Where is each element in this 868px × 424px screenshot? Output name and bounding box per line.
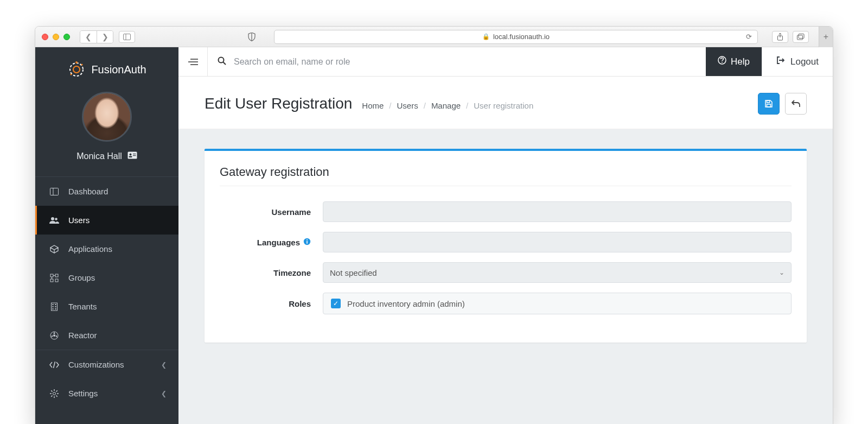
- browser-back-button[interactable]: ❮: [80, 31, 97, 43]
- svg-point-10: [71, 74, 72, 75]
- tabs-icon: [797, 34, 805, 40]
- role-checkbox[interactable]: ✓: [331, 299, 341, 308]
- traffic-lights: [42, 34, 70, 40]
- svg-rect-21: [55, 274, 58, 277]
- svg-rect-31: [53, 308, 54, 309]
- username-input[interactable]: [323, 201, 792, 222]
- breadcrumb-home[interactable]: Home: [362, 101, 384, 110]
- label-username: Username: [220, 207, 323, 217]
- id-card-icon[interactable]: [127, 151, 137, 161]
- search-icon: [218, 56, 226, 67]
- window-minimize-icon[interactable]: [53, 34, 59, 40]
- search-input[interactable]: [234, 57, 696, 67]
- tabs-button[interactable]: [793, 31, 809, 43]
- sidebar-item-dashboard[interactable]: Dashboard: [35, 177, 178, 206]
- chevron-down-icon: ⌄: [779, 269, 784, 276]
- form-row-languages: Languages: [220, 232, 792, 252]
- help-button[interactable]: Help: [706, 47, 762, 76]
- breadcrumb-sep: /: [424, 101, 426, 110]
- sidebar-item-label: Applications: [68, 244, 112, 254]
- form-row-roles: Roles ✓ Product inventory admin (admin): [220, 293, 792, 314]
- sidebar-item-reactor[interactable]: Reactor: [35, 321, 178, 350]
- sidebar-item-label: Groups: [68, 273, 95, 282]
- label-roles: Roles: [220, 299, 323, 308]
- svg-rect-13: [129, 156, 132, 158]
- breadcrumb-manage[interactable]: Manage: [431, 101, 461, 110]
- svg-rect-20: [50, 274, 53, 277]
- svg-rect-27: [53, 304, 54, 305]
- reactor-icon: [49, 331, 60, 340]
- languages-input[interactable]: [323, 232, 792, 252]
- logo-text: FusionAuth: [91, 64, 146, 76]
- back-button[interactable]: [785, 93, 807, 115]
- breadcrumb-users[interactable]: Users: [397, 101, 418, 110]
- label-languages: Languages: [220, 238, 323, 247]
- panel-gateway-registration: Gateway registration Username Languages: [205, 149, 807, 343]
- svg-rect-46: [307, 241, 308, 243]
- sidebar-item-users[interactable]: Users: [35, 206, 178, 235]
- sidebar-item-label: Users: [68, 216, 90, 225]
- sidebar-item-customizations[interactable]: Customizations ❮: [35, 350, 178, 379]
- browser-url-bar[interactable]: 🔒 local.fusionauth.io ⟳: [274, 30, 758, 44]
- sidebar-item-settings[interactable]: Settings ❮: [35, 379, 178, 408]
- svg-rect-32: [55, 308, 56, 309]
- sidebar-item-applications[interactable]: Applications: [35, 235, 178, 263]
- logo-mark-icon: [67, 60, 86, 79]
- svg-point-34: [53, 334, 55, 337]
- window-close-icon[interactable]: [42, 34, 48, 40]
- timezone-select[interactable]: Not specified ⌄: [323, 262, 792, 283]
- svg-point-7: [73, 66, 80, 73]
- sidebar-nav: Dashboard Users Applications: [35, 176, 178, 408]
- new-tab-button[interactable]: +: [819, 27, 833, 47]
- page-title-wrap: Edit User Registration Home / Users / Ma…: [205, 95, 533, 112]
- app-root: FusionAuth Monica Hall D: [35, 47, 833, 424]
- breadcrumb-sep: /: [389, 101, 391, 110]
- svg-point-35: [53, 392, 56, 395]
- sidebar-username: Monica Hall: [76, 151, 137, 161]
- tenants-icon: [49, 302, 60, 311]
- role-label: Product inventory admin (admin): [347, 299, 465, 308]
- svg-rect-15: [133, 155, 136, 156]
- logout-label: Logout: [790, 56, 819, 67]
- browser-window: ❮ ❯ 🔒 local.fusionauth.io ⟳ +: [35, 26, 833, 424]
- form-row-timezone: Timezone Not specified ⌄: [220, 262, 792, 283]
- svg-point-6: [70, 63, 83, 76]
- search-wrap: [208, 47, 706, 76]
- logout-button[interactable]: Logout: [762, 47, 833, 76]
- sidebar: FusionAuth Monica Hall D: [35, 47, 178, 424]
- timezone-value: Not specified: [330, 268, 377, 277]
- svg-rect-23: [55, 279, 58, 282]
- label-timezone: Timezone: [220, 268, 323, 277]
- sidebar-item-label: Dashboard: [68, 187, 108, 196]
- svg-point-39: [219, 57, 224, 62]
- svg-point-18: [51, 217, 54, 220]
- reload-icon[interactable]: ⟳: [746, 33, 752, 41]
- privacy-shield-button[interactable]: [244, 31, 260, 43]
- panel-title: Gateway registration: [220, 165, 792, 186]
- sidebar-item-label: Reactor: [68, 331, 97, 340]
- sidebar-item-label: Tenants: [68, 302, 97, 311]
- svg-rect-30: [55, 306, 56, 307]
- sidebar-item-groups[interactable]: Groups: [35, 263, 178, 292]
- svg-rect-44: [767, 104, 771, 107]
- logo[interactable]: FusionAuth: [67, 60, 146, 79]
- svg-rect-14: [133, 154, 136, 154]
- save-icon: [764, 99, 773, 108]
- lock-icon: 🔒: [482, 33, 490, 40]
- label-languages-text: Languages: [257, 238, 300, 247]
- sidebar-item-label: Customizations: [68, 360, 124, 369]
- window-maximize-icon[interactable]: [63, 34, 70, 40]
- sidebar-item-tenants[interactable]: Tenants: [35, 292, 178, 321]
- help-label: Help: [731, 56, 750, 67]
- svg-rect-4: [797, 35, 803, 40]
- info-icon[interactable]: [303, 238, 311, 247]
- browser-sidebar-button[interactable]: [119, 31, 135, 43]
- toggle-sidebar-button[interactable]: [178, 47, 208, 76]
- save-button[interactable]: [758, 93, 780, 115]
- avatar[interactable]: [82, 92, 132, 142]
- users-icon: [49, 217, 60, 224]
- share-button[interactable]: [772, 31, 788, 43]
- browser-forward-button[interactable]: ❯: [97, 31, 113, 43]
- breadcrumb-sep: /: [466, 101, 468, 110]
- svg-rect-5: [799, 34, 804, 38]
